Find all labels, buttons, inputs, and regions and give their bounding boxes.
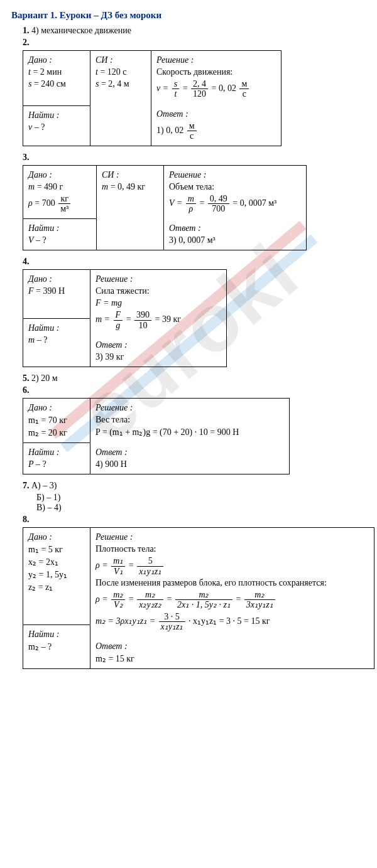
- q5-answer: 2) 20 м: [31, 373, 58, 383]
- find-header: Найти :: [28, 110, 85, 121]
- q4-find-cell: Найти : m – ?: [23, 318, 90, 367]
- solution-header: Решение :: [156, 55, 276, 65]
- page-title: Вариант 1. Еуроки – ДЗ без мороки: [11, 10, 366, 21]
- q2-si-cell: СИ : t t = 120 с= 120 с s = 2, 4 м: [90, 51, 151, 146]
- q4-solution-cell: Решение : Сила тяжести: F = mg m = Fg = …: [90, 270, 227, 367]
- q2-answer: 1) 0, 02: [156, 126, 183, 135]
- q2-given-cell: Дано : t t = 2 мин= 2 мин s = 240 см: [23, 51, 90, 106]
- q3-num: 3.: [23, 153, 366, 163]
- q3-answer: 3) 0, 0007 м³: [169, 235, 301, 245]
- q1-answer: 4) механическое движение: [31, 26, 131, 35]
- q8-answer: m₂ = 15 кг: [96, 653, 369, 664]
- q3-solution-cell: Решение : Объем тела: V = mρ = 0, 49700 …: [164, 165, 307, 250]
- si-header: СИ :: [96, 55, 146, 65]
- q6-num: 6.: [23, 385, 366, 395]
- q6-solution-cell: Решение : Вес тела: P = (m₁ + m₂)g = (70…: [90, 399, 290, 474]
- q1: 1. 4) механическое движение: [23, 26, 366, 36]
- given-header: Дано :: [28, 55, 85, 65]
- q7-num: 7.: [23, 481, 30, 490]
- q7: 7. А) – 3): [23, 481, 366, 491]
- q8-find-cell: Найти : m₂ – ?: [23, 624, 90, 669]
- q4-answer: 3) 39 кг: [96, 352, 221, 362]
- q6-given-cell: Дано : m₁ = 70 кг m₂ = 20 кг: [23, 399, 90, 443]
- q7-a: А) – 3): [31, 481, 57, 490]
- q2-find-cell: Найти : v – ?: [23, 105, 90, 146]
- q8-given-cell: Дано : m₁ = 5 кг x₂ = 2x₁ y₂ = 1, 5y₁ z₂…: [23, 528, 90, 624]
- q4-num: 4.: [23, 257, 366, 267]
- q1-num: 1.: [23, 26, 30, 35]
- q6-find-cell: Найти : P – ?: [23, 443, 90, 474]
- q6-table: Дано : m₁ = 70 кг m₂ = 20 кг Решение : В…: [23, 398, 290, 474]
- q3-si-cell: СИ : m = 0, 49 кг: [97, 165, 164, 250]
- q3-given-cell: Дано : m = 490 г ρ = 700 кгм³: [23, 165, 97, 218]
- q2-num: 2.: [23, 38, 366, 48]
- q5-num: 5.: [23, 373, 30, 383]
- answer-header: Ответ :: [156, 109, 276, 119]
- q8-solution-cell: Решение : Плотность тела: ρ = m₁V₁ = 5x₁…: [90, 528, 374, 669]
- q2-table: Дано : t t = 2 мин= 2 мин s = 240 см СИ …: [23, 50, 281, 146]
- q6-answer: 4) 900 Н: [96, 459, 284, 469]
- q7-c: В) – 4): [36, 503, 366, 513]
- q5: 5. 2) 20 м: [23, 373, 366, 383]
- q8-table: Дано : m₁ = 5 кг x₂ = 2x₁ y₂ = 1, 5y₁ z₂…: [23, 527, 374, 669]
- q8-num: 8.: [23, 515, 366, 525]
- q4-given-cell: Дано : F = 390 Н: [23, 270, 90, 318]
- q3-table: Дано : m = 490 г ρ = 700 кгм³ СИ : m = 0…: [23, 165, 307, 251]
- q2-sol-title: Скорость движения:: [156, 67, 276, 77]
- q4-table: Дано : F = 390 Н Решение : Сила тяжести:…: [23, 269, 227, 367]
- q2-solution-cell: Решение : Скорость движения: v = st = 2,…: [151, 51, 281, 146]
- q3-find-cell: Найти : V – ?: [23, 218, 97, 250]
- q7-b: Б) – 1): [36, 493, 366, 503]
- q2-eq-lhs: v =: [156, 83, 168, 93]
